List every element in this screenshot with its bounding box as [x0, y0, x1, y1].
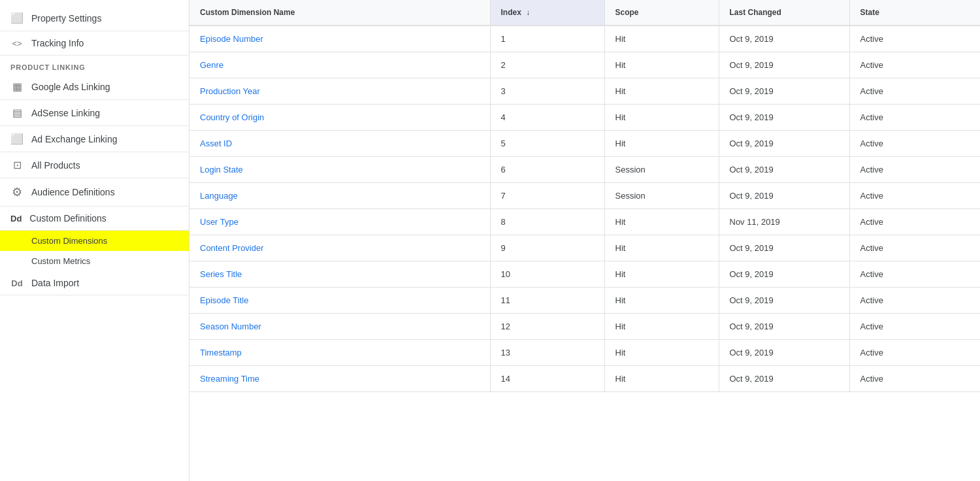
custom-definitions-icon: Dd [10, 214, 22, 224]
dimension-state: Active [849, 183, 980, 209]
dimension-name-link[interactable]: Episode Number [200, 34, 263, 44]
dimension-state: Active [849, 261, 980, 288]
sidebar-item-google-ads[interactable]: ▦ Google Ads Linking [0, 74, 189, 100]
table-row: Episode Title11HitOct 9, 2019Active [189, 288, 980, 314]
dimension-name-link[interactable]: Language [200, 191, 238, 201]
dimension-state: Active [849, 78, 980, 105]
dimension-scope: Hit [604, 314, 719, 340]
dimension-scope: Session [604, 183, 719, 209]
col-header-state[interactable]: State [849, 0, 980, 25]
dimension-name-link[interactable]: Asset ID [200, 139, 232, 148]
dimension-scope: Hit [604, 25, 719, 52]
dimension-scope: Hit [604, 366, 719, 392]
dimension-last-changed: Oct 9, 2019 [719, 288, 849, 314]
sidebar-item-ad-exchange-label: Ad Exchange Linking [31, 134, 118, 144]
dimension-scope: Hit [604, 288, 719, 314]
sidebar-item-custom-definitions[interactable]: Dd Custom Definitions [0, 207, 189, 231]
dimension-state: Active [849, 288, 980, 314]
dimension-name-link[interactable]: User Type [200, 217, 238, 227]
sidebar-item-property-settings[interactable]: ⬜ Property Settings [0, 5, 189, 31]
dimension-state: Active [849, 340, 980, 366]
dimension-index: 9 [490, 235, 604, 261]
dimension-state: Active [849, 105, 980, 131]
table-row: Login State6SessionOct 9, 2019Active [189, 157, 980, 183]
dimension-index: 8 [490, 209, 604, 235]
sidebar-item-audience-definitions-label: Audience Definitions [31, 187, 115, 197]
dimension-last-changed: Oct 9, 2019 [719, 183, 849, 209]
dimension-last-changed: Oct 9, 2019 [719, 340, 849, 366]
google-ads-icon: ▦ [10, 80, 24, 93]
dimension-state: Active [849, 314, 980, 340]
sidebar-item-ad-exchange[interactable]: ⬜ Ad Exchange Linking [0, 126, 189, 152]
dimension-name-link[interactable]: Login State [200, 165, 243, 174]
dimension-last-changed: Oct 9, 2019 [719, 314, 849, 340]
col-header-index[interactable]: Index ↓ [490, 0, 604, 25]
sidebar-item-custom-dimensions-label: Custom Dimensions [31, 236, 107, 246]
dimension-name-link[interactable]: Timestamp [200, 348, 242, 357]
dimension-state: Active [849, 131, 980, 157]
adsense-icon: ▤ [10, 107, 24, 119]
sidebar-item-data-import-label: Data Import [31, 278, 79, 288]
sidebar-item-tracking-info[interactable]: <> Tracking Info [0, 31, 189, 56]
table-row: Season Number12HitOct 9, 2019Active [189, 314, 980, 340]
table-row: Content Provider9HitOct 9, 2019Active [189, 235, 980, 261]
sidebar-item-custom-metrics[interactable]: Custom Metrics [0, 251, 189, 271]
dimension-last-changed: Oct 9, 2019 [719, 157, 849, 183]
dimension-scope: Hit [604, 235, 719, 261]
dimension-last-changed: Oct 9, 2019 [719, 366, 849, 392]
data-import-icon: Dd [10, 278, 24, 288]
dimension-last-changed: Oct 9, 2019 [719, 235, 849, 261]
dimension-name-link[interactable]: Production Year [200, 86, 260, 96]
table-header-row: Custom Dimension Name Index ↓ Scope Last… [189, 0, 980, 25]
sidebar-item-adsense-label: AdSense Linking [31, 108, 100, 118]
dimension-state: Active [849, 157, 980, 183]
audience-definitions-icon: ⚙ [10, 185, 24, 199]
product-linking-section: PRODUCT LINKING [0, 56, 189, 74]
table-row: Country of Origin4HitOct 9, 2019Active [189, 105, 980, 131]
dimension-name-link[interactable]: Streaming Time [200, 374, 259, 384]
dimension-index: 10 [490, 261, 604, 288]
table-row: Timestamp13HitOct 9, 2019Active [189, 340, 980, 366]
dimension-name-link[interactable]: Series Title [200, 269, 242, 279]
col-header-scope[interactable]: Scope [604, 0, 719, 25]
sidebar-item-custom-definitions-label: Custom Definitions [29, 213, 106, 224]
dimension-last-changed: Oct 9, 2019 [719, 52, 849, 78]
sidebar-item-audience-definitions[interactable]: ⚙ Audience Definitions [0, 178, 189, 207]
main-content: Custom Dimension Name Index ↓ Scope Last… [189, 0, 980, 481]
dimension-name-link[interactable]: Content Provider [200, 243, 264, 253]
sidebar-item-data-import[interactable]: Dd Data Import [0, 271, 189, 295]
sort-indicator: ↓ [526, 8, 530, 17]
dimension-state: Active [849, 235, 980, 261]
dimension-scope: Hit [604, 78, 719, 105]
sidebar-item-all-products[interactable]: ⊡ All Products [0, 152, 189, 178]
custom-dimensions-table: Custom Dimension Name Index ↓ Scope Last… [189, 0, 980, 392]
sidebar-item-google-ads-label: Google Ads Linking [31, 82, 110, 92]
dimension-name-link[interactable]: Season Number [200, 322, 261, 331]
sidebar-item-custom-dimensions[interactable]: Custom Dimensions [0, 231, 189, 251]
dimension-scope: Hit [604, 261, 719, 288]
col-header-last-changed[interactable]: Last Changed [719, 0, 849, 25]
dimension-scope: Hit [604, 105, 719, 131]
dimension-name-link[interactable]: Genre [200, 60, 223, 70]
dimension-last-changed: Oct 9, 2019 [719, 131, 849, 157]
table-row: Production Year3HitOct 9, 2019Active [189, 78, 980, 105]
table-body: Episode Number1HitOct 9, 2019ActiveGenre… [189, 25, 980, 392]
dimension-state: Active [849, 52, 980, 78]
sidebar: ⬜ Property Settings <> Tracking Info PRO… [0, 0, 189, 481]
sidebar-item-all-products-label: All Products [31, 160, 80, 171]
property-settings-icon: ⬜ [10, 12, 24, 24]
dimension-index: 6 [490, 157, 604, 183]
table-row: Genre2HitOct 9, 2019Active [189, 52, 980, 78]
dimension-last-changed: Oct 9, 2019 [719, 261, 849, 288]
dimension-name-link[interactable]: Episode Title [200, 295, 248, 305]
dimension-scope: Hit [604, 52, 719, 78]
dimension-index: 13 [490, 340, 604, 366]
table-row: Series Title10HitOct 9, 2019Active [189, 261, 980, 288]
col-header-name[interactable]: Custom Dimension Name [189, 0, 490, 25]
all-products-icon: ⊡ [10, 159, 24, 171]
dimension-name-link[interactable]: Country of Origin [200, 112, 264, 122]
dimension-index: 14 [490, 366, 604, 392]
sidebar-item-adsense[interactable]: ▤ AdSense Linking [0, 100, 189, 126]
tracking-info-icon: <> [10, 39, 24, 48]
dimension-index: 11 [490, 288, 604, 314]
